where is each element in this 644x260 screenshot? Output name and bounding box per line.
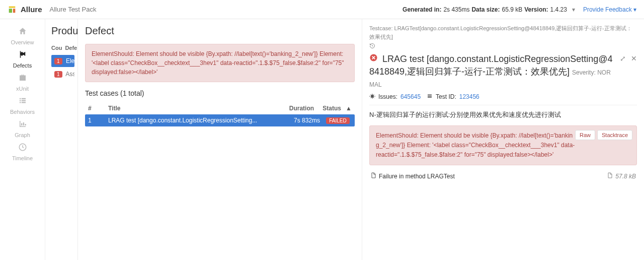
- row-duration: 7s 832ms: [290, 117, 320, 124]
- defect-row[interactable]: 1 AssertionError: [51, 68, 74, 80]
- issues-label: Issues:: [378, 93, 397, 100]
- column-title: Product: [51, 25, 74, 37]
- pack-name: Allure Test Pack: [50, 6, 97, 13]
- testid-link[interactable]: 123456: [459, 93, 479, 100]
- defect-count-badge: 1: [54, 58, 62, 64]
- raw-button[interactable]: Raw: [575, 130, 595, 140]
- main: Overview Defects xUnit Behaviors Graph: [0, 19, 644, 260]
- error-box: Raw Stacktrace ElementShould: Element sh…: [369, 125, 637, 166]
- sidebar-item-behaviors[interactable]: Behaviors: [0, 94, 45, 117]
- bug-icon: [369, 93, 375, 101]
- stacktrace-button[interactable]: Stacktrace: [597, 130, 632, 140]
- sidebar-item-timeline[interactable]: Timeline: [0, 140, 45, 163]
- row-title: LRAG test [dango.constant.LogisticRegres…: [108, 117, 290, 124]
- briefcase-icon: [18, 73, 27, 85]
- breadcrumb: Testcase: LRAGTest[dango.constant.Logist…: [369, 24, 637, 41]
- hdr-count[interactable]: Cou: [51, 45, 62, 51]
- defect-row-text: AssertionError: [65, 71, 74, 78]
- chart-icon: [18, 119, 27, 131]
- sort-arrow-icon[interactable]: ▲: [346, 105, 352, 112]
- breadcrumb-label: Testcase:: [369, 25, 392, 31]
- test-cases-label: Test cases (1 total): [85, 89, 355, 97]
- test-cases-header: # Title Duration Status ▲: [85, 102, 355, 114]
- fail-status-icon: [369, 53, 378, 66]
- history-icon[interactable]: [369, 43, 637, 50]
- defect-detail-column: Defect ElementShould: Element should be …: [78, 19, 362, 260]
- sidebar-item-label: Behaviors: [10, 109, 35, 115]
- col-title[interactable]: Title: [108, 105, 284, 112]
- col-status[interactable]: Status: [318, 105, 346, 112]
- defect-error-message: ElementShould: Element should be visible…: [85, 44, 355, 82]
- list-icon: [18, 96, 27, 108]
- column-title: Defect: [85, 25, 355, 37]
- testcase-title: LRAG test [dango.constant.LogisticRegres…: [369, 53, 637, 90]
- size-value: 65.9 kB: [502, 6, 522, 13]
- sidebar: Overview Defects xUnit Behaviors Graph: [0, 19, 45, 260]
- issues-link[interactable]: 645645: [400, 93, 421, 100]
- meta-line: Issues: 645645 Test ID: 123456: [369, 93, 637, 105]
- defect-row-text: ElementShould: Element should be visible…: [66, 57, 74, 64]
- version-label: Version:: [524, 6, 548, 13]
- sidebar-item-label: Timeline: [12, 155, 33, 161]
- sidebar-item-graph[interactable]: Graph: [0, 117, 45, 140]
- failure-label: Failure in method LRAGTest: [379, 173, 607, 180]
- defect-row-selected[interactable]: 1 ElementShould: Element should be visib…: [51, 55, 74, 67]
- download-icon[interactable]: [607, 172, 613, 180]
- col-duration[interactable]: Duration: [284, 105, 314, 112]
- sidebar-item-defects[interactable]: Defects: [0, 47, 45, 71]
- content: Product Cou Defe 1 ElementShould: Elemen…: [45, 19, 644, 260]
- generated-label: Generated in:: [403, 6, 441, 13]
- sidebar-item-overview[interactable]: Overview: [0, 24, 45, 47]
- defect-count-badge: 1: [54, 71, 62, 78]
- hdr-defect[interactable]: Defe: [65, 45, 77, 51]
- generated-value: 2s 435ms: [443, 6, 469, 13]
- row-status: FAILED: [324, 117, 352, 124]
- list-icon: [427, 93, 433, 101]
- sidebar-item-label: Defects: [13, 62, 32, 69]
- clock-icon: [18, 143, 27, 154]
- version-caret-icon[interactable]: ▾: [572, 6, 575, 13]
- testid-label: Test ID:: [436, 93, 456, 100]
- col-num[interactable]: #: [88, 105, 108, 112]
- sidebar-item-xunit[interactable]: xUnit: [0, 71, 45, 94]
- version-value: 1.4.23: [550, 6, 567, 13]
- file-icon: [370, 172, 376, 180]
- test-case-row[interactable]: 1 LRAG test [dango.constant.LogisticRegr…: [85, 114, 355, 126]
- breadcrumb-value: LRAGTest[dango.constant.LogisticRegressi…: [369, 25, 632, 40]
- topbar: Allure Allure Test Pack Generated in: 2s…: [0, 0, 644, 19]
- testcase-description: N-逻辑回归算子的运行测试:分别使用效果优先和速度优先进行测试: [369, 110, 637, 119]
- flag-icon: [18, 50, 27, 61]
- sidebar-item-label: xUnit: [16, 86, 29, 92]
- sidebar-item-label: Overview: [11, 39, 34, 45]
- row-num: 1: [88, 117, 108, 124]
- failure-attachment-row[interactable]: Failure in method LRAGTest 57.8 kB: [369, 170, 637, 182]
- home-icon: [18, 27, 27, 38]
- sidebar-item-label: Graph: [15, 132, 30, 138]
- close-icon[interactable]: ✕: [631, 54, 637, 62]
- size-label: Data size:: [471, 6, 500, 13]
- failure-size: 57.8 kB: [615, 173, 636, 180]
- testcase-detail-column: Testcase: LRAGTest[dango.constant.Logist…: [362, 19, 644, 260]
- feedback-link[interactable]: Provide Feedback ▾: [583, 6, 636, 13]
- product-defects-column: Product Cou Defe 1 ElementShould: Elemen…: [45, 19, 78, 260]
- brand-name: Allure: [21, 5, 42, 14]
- topbar-right: Generated in: 2s 435ms Data size: 65.9 k…: [403, 6, 636, 13]
- expand-icon[interactable]: ⤢: [620, 54, 626, 62]
- allure-logo-icon: [8, 5, 17, 14]
